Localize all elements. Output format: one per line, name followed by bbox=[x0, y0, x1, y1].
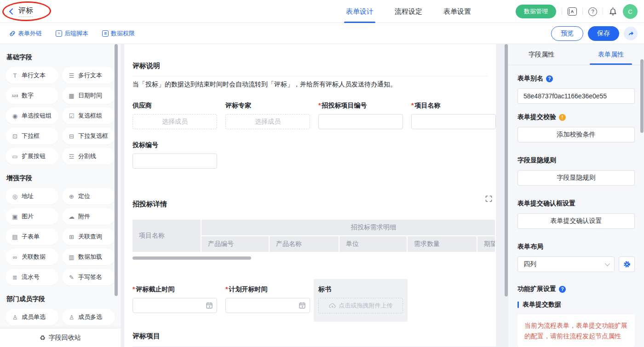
field-item-location[interactable]: ⊕定位 bbox=[62, 188, 115, 205]
help-icon[interactable]: ? bbox=[588, 7, 597, 16]
basic-fields-grid: T单行文本 ☰多行文本 123数字 ▦日期时间 ◉单选按钮组 ☑复选框组 ⊡下拉… bbox=[6, 67, 115, 165]
share-button[interactable] bbox=[624, 27, 638, 40]
field-item-multi-select[interactable]: ⊟下拉复选框 bbox=[62, 128, 115, 144]
field-item-data-load[interactable]: ▥数据加载 bbox=[62, 249, 115, 265]
form-alias-input[interactable] bbox=[518, 88, 635, 104]
expert-member-picker[interactable]: 选择成员 bbox=[225, 114, 310, 129]
field-supplier[interactable]: 供应商 选择成员 bbox=[132, 102, 217, 129]
field-item-linked-data[interactable]: ∞关联数据 bbox=[6, 249, 58, 265]
field-item-lookup-query[interactable]: ⊞关联查询 bbox=[62, 228, 115, 245]
field-project-name[interactable]: *项目名称 bbox=[411, 102, 496, 129]
panel-tabs: 字段属性 表单属性 bbox=[508, 44, 644, 65]
attachment-upload-button[interactable]: 点击或拖拽附件上传 bbox=[318, 298, 403, 313]
detail-table-hscrollbar[interactable] bbox=[132, 256, 251, 260]
field-item-radio-group[interactable]: ◉单选按钮组 bbox=[6, 108, 58, 124]
field-recycle-bin[interactable]: ♻ 字段回收站 bbox=[0, 329, 121, 347]
detail-table-container: 项目名称 招投标需求明细 产品编号 产品名称 单位 需求数量 期望到货 bbox=[132, 219, 495, 253]
supplier-member-picker[interactable]: 选择成员 bbox=[132, 114, 217, 129]
form-alias-label: 表单别名 ? bbox=[518, 74, 635, 83]
calendar-icon bbox=[299, 302, 305, 310]
canvas-scrollbar[interactable] bbox=[505, 44, 508, 296]
data-load-icon: ▥ bbox=[68, 254, 75, 261]
required-mark: * bbox=[411, 102, 414, 109]
secondary-toolbar: 表单外链 ≈ 后端脚本 ≣ 数据权限 预览 保存 bbox=[0, 23, 644, 44]
avatar[interactable]: C bbox=[623, 4, 638, 19]
field-item-address[interactable]: ◎地址 bbox=[6, 188, 58, 205]
page-title: 评标 bbox=[18, 6, 33, 17]
detail-col-unit: 单位 bbox=[339, 236, 407, 252]
tab-form-properties[interactable]: 表单属性 bbox=[598, 44, 624, 65]
field-item-number[interactable]: 123数字 bbox=[6, 87, 58, 104]
address-book-icon[interactable]: A bbox=[568, 7, 577, 16]
backend-script-link[interactable]: ≈ 后端脚本 bbox=[56, 29, 88, 38]
expand-icon[interactable] bbox=[485, 195, 492, 204]
add-validate-condition-button[interactable]: 添加校验条件 bbox=[518, 127, 635, 142]
field-item-select[interactable]: ⊡下拉框 bbox=[6, 128, 58, 144]
field-item-datetime[interactable]: ▦日期时间 bbox=[62, 87, 115, 104]
field-expert[interactable]: 评标专家 选择成员 bbox=[225, 102, 310, 129]
detail-group-header: 招投标需求明细 bbox=[201, 220, 495, 235]
save-button[interactable]: 保存 bbox=[588, 26, 619, 41]
detail-col-product-no: 产品编号 bbox=[201, 236, 269, 252]
field-open-time[interactable]: *计划开标时间 bbox=[225, 285, 310, 313]
tab-flow-setting[interactable]: 流程设定 bbox=[395, 0, 422, 23]
form-designer-app: 评标 表单设计 流程设定 表单设置 数据管理 A ? C bbox=[0, 0, 644, 347]
question-icon[interactable]: ? bbox=[559, 286, 566, 293]
panel-scrollbar[interactable] bbox=[640, 59, 644, 133]
field-item-extend-button[interactable]: ▭扩展按钮 bbox=[6, 148, 58, 165]
attachment-icon: ☁ bbox=[68, 213, 75, 220]
preview-button[interactable]: 预览 bbox=[551, 26, 583, 41]
select-icon: ⊡ bbox=[12, 133, 18, 140]
form-layout-select[interactable]: 四列 bbox=[518, 256, 615, 272]
field-item-image[interactable]: ▣图片 bbox=[6, 208, 58, 225]
field-project-no[interactable]: *招投标项目编号 bbox=[318, 102, 403, 129]
divider bbox=[562, 8, 562, 15]
tab-form-setting[interactable]: 表单设置 bbox=[443, 0, 471, 23]
detail-col-quantity: 需求数量 bbox=[408, 236, 477, 252]
single-line-text-icon: T bbox=[12, 72, 18, 79]
deadline-input[interactable] bbox=[132, 298, 217, 313]
field-item-checkbox-group[interactable]: ☑复选框组 bbox=[62, 108, 115, 124]
properties-panel: 字段属性 表单属性 表单别名 ? 表单提交校验 ! 添加校验条件 字段显隐规则 … bbox=[508, 44, 644, 347]
field-item-divider[interactable]: ☲分割线 bbox=[62, 148, 115, 165]
data-manage-button[interactable]: 数据管理 bbox=[516, 5, 556, 18]
form-external-link[interactable]: 表单外链 bbox=[9, 29, 42, 38]
field-bid-document[interactable]: 标书 点击或拖拽附件上传 bbox=[314, 279, 408, 322]
accent-bar bbox=[518, 301, 519, 308]
sidebar-scrollbar[interactable] bbox=[115, 44, 118, 296]
required-mark: * bbox=[225, 285, 228, 293]
open-time-input[interactable] bbox=[225, 298, 310, 313]
header-right-cluster: 数据管理 A ? C bbox=[516, 0, 638, 23]
field-item-multi-line-text[interactable]: ☰多行文本 bbox=[62, 67, 115, 84]
field-item-attachment[interactable]: ☁附件 bbox=[62, 208, 115, 225]
field-visibility-button[interactable]: 字段显隐规则 bbox=[518, 170, 635, 186]
field-item-member-single[interactable]: ♙成员单选 bbox=[6, 309, 58, 325]
data-permission-link[interactable]: ≣ 数据权限 bbox=[102, 29, 135, 38]
member-single-icon: ♙ bbox=[12, 314, 18, 321]
upload-cloud-icon bbox=[329, 303, 336, 308]
field-item-signature[interactable]: ✎手写签名 bbox=[62, 269, 115, 285]
tab-field-properties[interactable]: 字段属性 bbox=[529, 44, 554, 65]
extend-button-icon: ▭ bbox=[12, 153, 18, 160]
field-item-single-line-text[interactable]: T单行文本 bbox=[6, 67, 58, 84]
signature-icon: ✎ bbox=[68, 274, 75, 281]
submit-data-warning: 当前为流程表单，表单提交功能扩展的配置，请前往流程发起节点属性 bbox=[518, 314, 635, 347]
project-no-input[interactable] bbox=[318, 114, 403, 129]
field-item-serial-number[interactable]: ≣流水号 bbox=[6, 269, 58, 285]
link-icon bbox=[9, 30, 16, 37]
field-item-member-multi[interactable]: ♙成员多选 bbox=[62, 309, 115, 325]
divider bbox=[132, 76, 488, 76]
bell-icon[interactable] bbox=[609, 7, 617, 16]
section-title-member-fields: 部门成员字段 bbox=[6, 295, 115, 303]
back-button[interactable]: 评标 bbox=[7, 6, 33, 17]
tab-form-design[interactable]: 表单设计 bbox=[346, 0, 374, 23]
field-item-subform[interactable]: ▤子表单 bbox=[6, 228, 58, 245]
question-icon[interactable]: ? bbox=[546, 75, 553, 82]
field-deadline[interactable]: *评标截止时间 bbox=[132, 285, 217, 313]
body-region: 基础字段 T单行文本 ☰多行文本 123数字 ▦日期时间 ◉单选按钮组 ☑复选框… bbox=[0, 44, 644, 347]
bid-no-input[interactable] bbox=[132, 154, 217, 169]
field-bid-no[interactable]: 投标编号 bbox=[132, 141, 217, 169]
submit-confirm-button[interactable]: 表单提交确认设置 bbox=[518, 213, 635, 229]
project-name-input[interactable] bbox=[411, 114, 496, 129]
layout-settings-button[interactable] bbox=[619, 256, 635, 272]
